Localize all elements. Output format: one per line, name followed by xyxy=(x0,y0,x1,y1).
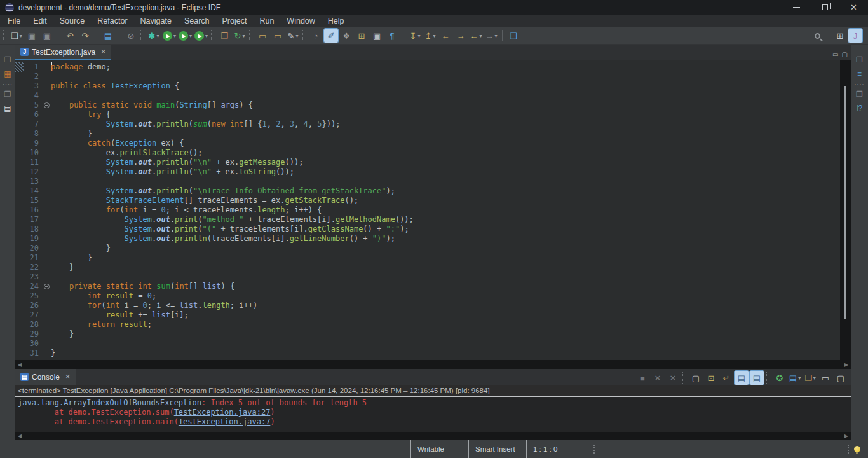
code-text[interactable]: result += list[i]; xyxy=(51,310,840,320)
fold-ruler[interactable] xyxy=(42,81,51,91)
fold-ruler[interactable] xyxy=(42,320,51,330)
scroll-lock-button[interactable]: ⊡ xyxy=(704,371,718,385)
line-number[interactable]: 31 xyxy=(24,349,42,358)
terminate-button[interactable]: ■ xyxy=(635,371,649,385)
annotation-ruler[interactable] xyxy=(15,291,24,301)
line-number[interactable]: 20 xyxy=(24,244,42,253)
annotation-ruler[interactable] xyxy=(15,120,24,129)
help-view-icon[interactable]: i? xyxy=(857,104,862,113)
fold-ruler[interactable] xyxy=(42,253,51,263)
annotation-ruler[interactable] xyxy=(15,110,24,120)
annotation-ruler[interactable] xyxy=(15,339,24,349)
console-view-shortcut-icon[interactable]: ▤ xyxy=(4,104,11,113)
line-number[interactable]: 19 xyxy=(24,234,42,244)
save-all-button[interactable]: ▣ xyxy=(40,29,54,43)
previous-annotation-dropdown-icon[interactable]: ▾ xyxy=(433,33,435,39)
line-number[interactable]: 7 xyxy=(24,120,42,129)
show-on-stdout-button[interactable]: ▤ xyxy=(735,371,749,385)
open-perspective-button[interactable]: ⊞ xyxy=(833,29,847,43)
minimize-console-button[interactable]: ▭ xyxy=(818,371,832,385)
annotation-ruler[interactable] xyxy=(15,205,24,215)
code-text[interactable] xyxy=(51,177,840,186)
fold-ruler[interactable] xyxy=(42,234,51,244)
collapse-icon[interactable] xyxy=(44,284,50,289)
profile-dropdown-icon[interactable]: ▾ xyxy=(205,33,208,39)
fold-ruler[interactable] xyxy=(42,282,51,291)
pin-console-button[interactable]: ✪ xyxy=(773,371,787,385)
open-terminal-button[interactable]: ▤ xyxy=(101,29,115,43)
code-text[interactable] xyxy=(51,91,840,101)
show-selected-element-only-button[interactable]: ▣ xyxy=(370,29,384,43)
code-text[interactable]: for(int i = 0; i < traceElements.length;… xyxy=(51,205,840,215)
back-button[interactable]: ←▾ xyxy=(469,29,483,43)
open-console-button[interactable]: ❒▾ xyxy=(803,371,817,385)
line-number[interactable]: 27 xyxy=(24,310,42,320)
code-text[interactable] xyxy=(51,72,840,81)
code-text[interactable]: int result = 0; xyxy=(51,291,840,301)
tab-testexception-java[interactable]: J TestException.java ✕ xyxy=(15,45,111,60)
line-number[interactable]: 17 xyxy=(24,215,42,225)
display-selected-console-dropdown-icon[interactable]: ▾ xyxy=(798,375,801,381)
line-number[interactable]: 30 xyxy=(24,339,42,349)
line-number[interactable]: 21 xyxy=(24,253,42,263)
restore-view-bottom-icon[interactable]: ❐ xyxy=(4,90,11,99)
fold-ruler[interactable] xyxy=(42,349,51,358)
save-button[interactable]: ▣ xyxy=(25,29,39,43)
code-text[interactable]: System.out.println("\n" + ex.getMessage(… xyxy=(51,158,840,167)
editor-horizontal-scrollbar[interactable]: ◀ ▶ xyxy=(15,360,851,369)
scroll-right-arrow-icon[interactable]: ▶ xyxy=(844,433,848,439)
fold-ruler[interactable] xyxy=(42,139,51,148)
line-number[interactable]: 16 xyxy=(24,205,42,215)
fold-ruler[interactable] xyxy=(42,148,51,158)
profile-button[interactable]: ▶▾ xyxy=(194,29,208,43)
tab-close-icon[interactable]: ✕ xyxy=(100,48,106,56)
annotation-ruler[interactable] xyxy=(15,139,24,148)
collapse-icon[interactable] xyxy=(44,102,50,108)
line-number[interactable]: 3 xyxy=(24,81,42,91)
fold-ruler[interactable] xyxy=(42,205,51,215)
line-number[interactable]: 10 xyxy=(24,148,42,158)
code-text[interactable]: StackTraceElement[] traceElements = ex.g… xyxy=(51,196,840,205)
previous-annotation-button[interactable]: ↥▾ xyxy=(423,29,437,43)
fold-ruler[interactable] xyxy=(42,272,51,282)
fold-ruler[interactable] xyxy=(42,263,51,272)
annotation-ruler[interactable] xyxy=(15,196,24,205)
notification-lightbulb-icon[interactable] xyxy=(854,446,860,452)
fold-ruler[interactable] xyxy=(42,158,51,167)
menu-help[interactable]: Help xyxy=(322,15,351,27)
run-dropdown-icon[interactable]: ▾ xyxy=(173,33,176,39)
menu-run[interactable]: Run xyxy=(253,15,280,27)
undo-button[interactable]: ↶ xyxy=(63,29,77,43)
annotation-ruler[interactable] xyxy=(15,129,24,139)
fold-ruler[interactable] xyxy=(42,62,51,72)
line-number[interactable]: 15 xyxy=(24,196,42,205)
debug-dropdown-icon[interactable]: ▾ xyxy=(156,33,159,39)
open-file-button[interactable]: ▭ xyxy=(271,29,285,43)
line-number[interactable]: 1 xyxy=(24,62,42,72)
line-number[interactable]: 22 xyxy=(24,263,42,272)
code-text[interactable]: } xyxy=(51,129,840,139)
annotation-ruler[interactable] xyxy=(15,215,24,225)
annotation-ruler[interactable] xyxy=(15,148,24,158)
line-number[interactable]: 23 xyxy=(24,272,42,282)
code-text[interactable]: public static void main(String[] args) { xyxy=(51,101,840,110)
search-button[interactable] xyxy=(810,29,824,43)
line-number[interactable]: 2 xyxy=(24,72,42,81)
annotation-ruler[interactable] xyxy=(15,186,24,196)
minimize-editor-button[interactable]: ▭ xyxy=(832,51,838,58)
code-text[interactable]: try { xyxy=(51,110,840,120)
open-console-dropdown-icon[interactable]: ▾ xyxy=(813,375,816,381)
fold-ruler[interactable] xyxy=(42,186,51,196)
console-horizontal-scrollbar[interactable]: ◀ ▶ xyxy=(15,432,851,440)
annotation-ruler[interactable] xyxy=(15,62,24,72)
coverage-dropdown-icon[interactable]: ▾ xyxy=(189,33,192,39)
code-text[interactable]: } xyxy=(51,330,840,339)
menu-source[interactable]: Source xyxy=(53,15,92,27)
annotation-ruler[interactable] xyxy=(15,167,24,177)
pin-editor-button[interactable]: ❑ xyxy=(506,29,520,43)
tab-console[interactable]: ▤ Console ✕ xyxy=(15,369,76,385)
line-number[interactable]: 9 xyxy=(24,139,42,148)
annotation-ruler[interactable] xyxy=(15,72,24,81)
line-number[interactable]: 14 xyxy=(24,186,42,196)
code-text[interactable]: return result; xyxy=(51,320,840,330)
